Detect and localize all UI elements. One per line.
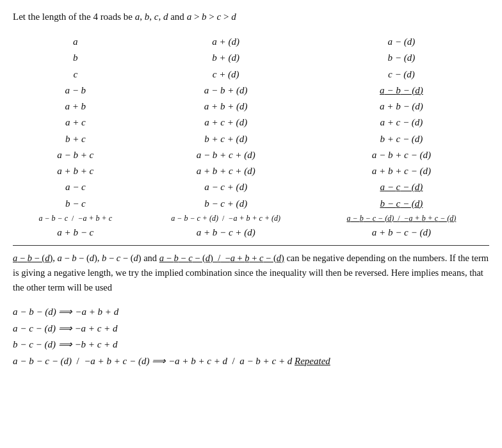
table-row: a a + (d) a − (d)	[13, 34, 489, 50]
cell-c3: c − (d)	[314, 67, 489, 83]
cell-c1: b − c	[13, 196, 138, 212]
cell-c3: b + c − (d)	[314, 131, 489, 147]
implications-section: a − b − (d) ⟹ −a + b + d a − c − (d) ⟹ −…	[13, 304, 489, 369]
cell-c2: a − b + (d)	[138, 83, 314, 99]
cell-c3: a + b − (d)	[314, 99, 489, 115]
cell-c2: a + b + c + (d)	[138, 163, 314, 179]
cell-c2: c + (d)	[138, 67, 314, 83]
cell-c1: a − b + c	[13, 147, 138, 163]
cell-c2: b + c + (d)	[138, 131, 314, 147]
cell-c2: a + b + (d)	[138, 99, 314, 115]
implication-3: b − c − (d) ⟹ −b + c + d	[13, 337, 489, 353]
cell-c3: a + b − c − (d)	[314, 225, 489, 241]
cell-c3: a + b + c − (d)	[314, 163, 489, 179]
cell-c1: b + c	[13, 131, 138, 147]
cell-c1: a + b + c	[13, 163, 138, 179]
cell-c2: a − b + c + (d)	[138, 147, 314, 163]
note-section: a − b − (d), a − b − (d), b − c − (d) an…	[13, 245, 489, 296]
cell-c1: a + b	[13, 99, 138, 115]
table-row: a + b + c a + b + c + (d) a + b + c − (d…	[13, 163, 489, 179]
cell-c2: a + c + (d)	[138, 115, 314, 131]
cell-c1: b	[13, 50, 138, 66]
cell-c1: a − c	[13, 179, 138, 195]
table-row-small: a − b − c / −a + b + c a − b − c + (d) /…	[13, 212, 489, 225]
cell-c1: a	[13, 34, 138, 50]
table-row: a − c a − c + (d) a − c − (d)	[13, 179, 489, 195]
implication-2: a − c − (d) ⟹ −a + c + d	[13, 321, 489, 337]
cell-c1-small: a − b − c / −a + b + c	[13, 212, 138, 225]
cell-c3-small: a − b − c − (d) / −a + b + c − (d)	[314, 212, 489, 225]
cell-c3: a − (d)	[314, 34, 489, 50]
cell-c3: b − c − (d)	[314, 196, 489, 212]
cell-c3: a − b + c − (d)	[314, 147, 489, 163]
intro-text: Let the length of the 4 roads be a, b, c…	[13, 12, 489, 22]
table-row: a + b − c a + b − c + (d) a + b − c − (d…	[13, 225, 489, 241]
cell-c3: a − b − (d)	[314, 83, 489, 99]
cell-c3: a + c − (d)	[314, 115, 489, 131]
cell-c2-small: a − b − c + (d) / −a + b + c + (d)	[138, 212, 314, 225]
cell-c1: c	[13, 67, 138, 83]
implication-4: a − b − c − (d) / −a + b + c − (d) ⟹ −a …	[13, 353, 489, 370]
table-row: a − b + c a − b + c + (d) a − b + c − (d…	[13, 147, 489, 163]
cell-c2: a − c + (d)	[138, 179, 314, 195]
cell-c3: b − (d)	[314, 50, 489, 66]
cell-c2: b + (d)	[138, 50, 314, 66]
implication-1: a − b − (d) ⟹ −a + b + d	[13, 304, 489, 321]
table-row: b + c b + c + (d) b + c − (d)	[13, 131, 489, 147]
table-row: a + c a + c + (d) a + c − (d)	[13, 115, 489, 131]
table-row: b b + (d) b − (d)	[13, 50, 489, 66]
table-row: a − b a − b + (d) a − b − (d)	[13, 83, 489, 99]
cell-c3: a − c − (d)	[314, 179, 489, 195]
note-text: a − b − (d), a − b − (d), b − c − (d) an…	[13, 251, 489, 296]
table-row: b − c b − c + (d) b − c − (d)	[13, 196, 489, 212]
main-table: a a + (d) a − (d) b b + (d) b − (d) c c …	[13, 34, 489, 241]
cell-c1: a − b	[13, 83, 138, 99]
table-row: c c + (d) c − (d)	[13, 67, 489, 83]
table-row: a + b a + b + (d) a + b − (d)	[13, 99, 489, 115]
cell-c1: a + b − c	[13, 225, 138, 241]
cell-c2: a + b − c + (d)	[138, 225, 314, 241]
repeated-label: Repeated	[295, 356, 330, 366]
cell-c2: a + (d)	[138, 34, 314, 50]
cell-c2: b − c + (d)	[138, 196, 314, 212]
cell-c1: a + c	[13, 115, 138, 131]
